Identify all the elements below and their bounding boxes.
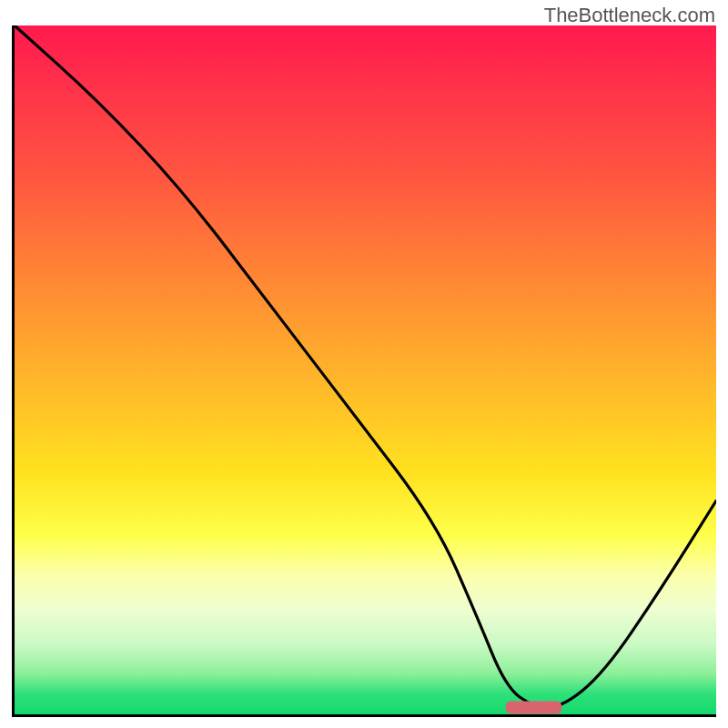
bottleneck-curve: [15, 25, 716, 707]
chart-svg: [15, 25, 716, 714]
plot-area: [12, 25, 716, 717]
chart-container: TheBottleneck.com: [0, 0, 728, 728]
watermark-label: TheBottleneck.com: [544, 4, 715, 27]
optimal-marker: [506, 701, 562, 713]
